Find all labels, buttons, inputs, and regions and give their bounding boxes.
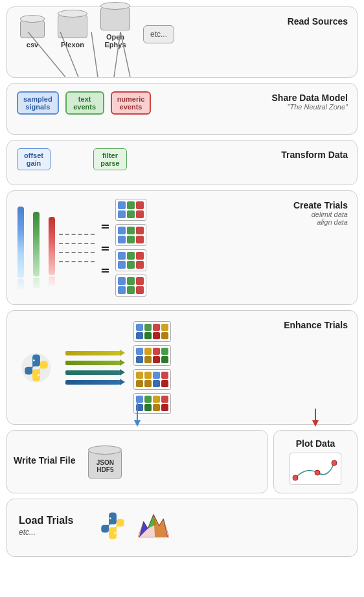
enhance-trials-section: Enhance Trials xyxy=(6,310,358,425)
main-diagram: csv Plexon OpenEphys etc... xyxy=(0,0,364,563)
down-arrow-write xyxy=(131,402,144,428)
openephys-source: OpenEphys xyxy=(100,2,130,49)
fan-arrows xyxy=(65,351,120,385)
plot-data-section: Plot Data xyxy=(273,430,358,493)
text-events-pill: textevents xyxy=(65,91,104,115)
dline-4 xyxy=(59,261,95,262)
cyl-top-openephys xyxy=(100,2,130,10)
share-data-section: sampledsignals textevents numericevents … xyxy=(6,83,358,135)
load-content: Load Trials etc... xyxy=(14,507,350,545)
plexon-source: Plexon xyxy=(58,10,87,49)
plexon-label: Plexon xyxy=(61,41,84,49)
svg-point-16 xyxy=(115,532,117,534)
load-title-text: Load Trials xyxy=(19,515,73,526)
fan-arrow-4 xyxy=(65,380,120,385)
enh-grid-1 xyxy=(133,321,171,342)
plot-canvas xyxy=(290,453,341,485)
read-sources-title-text: Read Sources xyxy=(288,16,348,27)
share-data-title-text: Share Data Model xyxy=(272,93,348,103)
enhance-content xyxy=(14,319,350,416)
share-data-subtitle: "The Neutral Zone" xyxy=(272,103,348,111)
python-logo-load xyxy=(97,510,129,542)
eq-3: ＝ xyxy=(98,264,111,276)
create-trials-section: ＝ ＝ ＝ xyxy=(6,190,358,305)
trial-grid-1 xyxy=(115,199,146,221)
numeric-events-pill: numericevents xyxy=(111,91,152,115)
cyl-body-plexon xyxy=(58,15,87,38)
cyl-body-csv xyxy=(20,20,45,38)
green-bar-fade xyxy=(33,278,40,288)
svg-point-11 xyxy=(315,470,320,475)
green-bar xyxy=(33,212,40,276)
dashed-lines xyxy=(59,234,95,262)
matlab-logo-load xyxy=(138,510,169,541)
fan-arrow-1 xyxy=(65,351,120,355)
arrow-to-plot xyxy=(290,409,341,428)
trial-grid-4 xyxy=(115,275,146,297)
enhance-title: Enhance Trials xyxy=(284,320,348,330)
flow-area: ＝ ＝ ＝ xyxy=(59,199,146,297)
transform-title-text: Transform Data xyxy=(281,150,348,160)
storage-cyl-top xyxy=(88,445,122,455)
enhance-title-text: Enhance Trials xyxy=(284,320,348,330)
svg-point-6 xyxy=(33,359,35,361)
load-logos xyxy=(97,510,169,542)
eq-1: ＝ xyxy=(98,220,111,232)
load-title-area: Load Trials etc... xyxy=(19,515,73,537)
storage-label: JSONHDF5 xyxy=(97,459,114,473)
svg-marker-14 xyxy=(312,420,319,427)
plot-svg xyxy=(290,453,342,486)
storage-cylinder: JSONHDF5 xyxy=(88,445,122,479)
csv-source: csv xyxy=(20,15,45,49)
stream-bars-group xyxy=(17,207,55,289)
fan-arrow-2 xyxy=(65,361,120,365)
create-trials-sub2: align data xyxy=(293,218,348,226)
load-trials-section: Load Trials etc... xyxy=(6,499,358,557)
enh-grid-2 xyxy=(133,345,171,366)
trial-grid-3 xyxy=(115,249,146,271)
share-data-title: Share Data Model "The Neutral Zone" xyxy=(272,93,348,111)
trial-grid-2 xyxy=(115,224,146,246)
red-stream xyxy=(49,217,55,289)
blue-bar xyxy=(17,207,24,278)
dline-2 xyxy=(59,243,95,244)
dline-3 xyxy=(59,252,95,253)
plot-title: Plot Data xyxy=(296,438,336,449)
etc-label: etc... xyxy=(150,30,167,39)
read-sources-title: Read Sources xyxy=(288,16,348,27)
enhanced-trial-grids xyxy=(133,321,171,414)
etc-source: etc... xyxy=(143,25,174,43)
red-bar-fade xyxy=(49,276,55,286)
load-sub-text: etc... xyxy=(19,528,73,537)
openephys-label: OpenEphys xyxy=(104,33,126,49)
eq-2: ＝ xyxy=(98,242,111,254)
csv-label: csv xyxy=(27,41,38,49)
blue-stream xyxy=(17,207,24,289)
svg-point-10 xyxy=(293,475,298,480)
transform-data-section: offsetgain filterparse Transform Data xyxy=(6,140,358,185)
python-logo-enhance xyxy=(20,352,52,384)
write-trial-label: Write Trial File xyxy=(14,455,75,466)
dline-1 xyxy=(59,234,95,235)
equals-signs: ＝ ＝ ＝ xyxy=(98,220,111,276)
write-trial-section: Write Trial File JSONHDF5 xyxy=(6,430,268,493)
write-plot-row: Write Trial File JSONHDF5 Plot Data xyxy=(6,430,358,493)
offset-gain-box: offsetgain xyxy=(17,148,51,170)
enh-grid-3 xyxy=(133,369,171,390)
blue-bar-fade xyxy=(17,279,24,289)
svg-marker-9 xyxy=(134,420,141,427)
red-bar xyxy=(49,217,55,275)
cyl-top-plexon xyxy=(58,10,87,17)
cyl-body-openephys xyxy=(100,7,130,30)
create-trials-title: Create Trials delimit data align data xyxy=(293,200,348,226)
cyl-top-csv xyxy=(20,15,45,23)
svg-point-15 xyxy=(109,517,111,519)
svg-point-7 xyxy=(38,374,40,376)
green-stream xyxy=(33,212,40,289)
create-trials-sub1: delimit data xyxy=(293,210,348,218)
read-sources-section: csv Plexon OpenEphys etc... xyxy=(6,6,358,78)
trial-grids xyxy=(115,199,146,297)
create-trials-title-text: Create Trials xyxy=(293,200,348,210)
transform-title: Transform Data xyxy=(281,150,348,160)
svg-point-12 xyxy=(332,460,337,466)
